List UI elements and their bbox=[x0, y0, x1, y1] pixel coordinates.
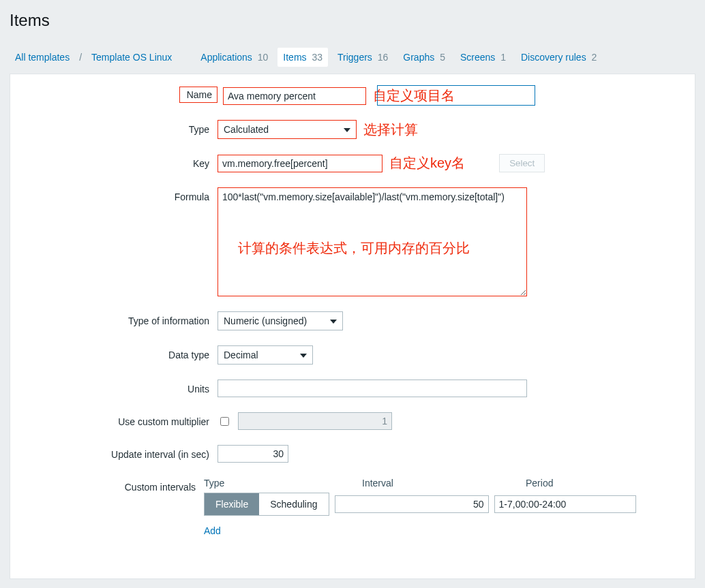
tab-label: Items bbox=[283, 52, 306, 63]
tab-graphs[interactable]: Graphs 5 bbox=[397, 48, 451, 67]
multiplier-label: Use custom multiplier bbox=[24, 412, 217, 427]
ci-head-period: Period bbox=[526, 478, 676, 489]
tab-label: Screens bbox=[460, 52, 495, 63]
tab-label: Applications bbox=[200, 52, 252, 63]
ci-head-type: Type bbox=[204, 478, 362, 489]
annotation-key: 自定义key名 bbox=[389, 154, 465, 172]
custom-intervals-table: Type Interval Period Flexible Scheduling bbox=[204, 478, 681, 516]
data-type-label: Data type bbox=[24, 345, 217, 360]
tab-discovery[interactable]: Discovery rules 2 bbox=[515, 48, 602, 67]
formula-label: Formula bbox=[24, 187, 217, 202]
type-label: Type bbox=[24, 120, 217, 135]
page-title: Items bbox=[0, 0, 705, 44]
breadcrumb-separator: / bbox=[79, 52, 82, 63]
tab-triggers[interactable]: Triggers 16 bbox=[332, 48, 393, 67]
ci-interval-input[interactable] bbox=[335, 495, 489, 513]
tab-count: 1 bbox=[498, 52, 506, 63]
custom-intervals-label: Custom intervals bbox=[24, 478, 204, 493]
interval-type-toggle: Flexible Scheduling bbox=[204, 493, 329, 516]
name-input[interactable] bbox=[223, 87, 366, 105]
multiplier-checkbox[interactable] bbox=[220, 417, 229, 426]
content-panel: Name 自定义项目名 Type Calculated 选择计算 Key 自定义… bbox=[10, 74, 695, 579]
info-type-label: Type of information bbox=[24, 311, 217, 326]
info-type-value: Numeric (unsigned) bbox=[224, 315, 307, 326]
type-select[interactable]: Calculated bbox=[217, 120, 357, 139]
add-interval-link[interactable]: Add bbox=[204, 525, 221, 536]
units-label: Units bbox=[24, 380, 217, 394]
tab-applications[interactable]: Applications 10 bbox=[195, 48, 273, 67]
data-type-select[interactable]: Decimal bbox=[217, 345, 313, 365]
tab-items[interactable]: Items 33 bbox=[278, 48, 328, 67]
ci-head-interval: Interval bbox=[362, 478, 526, 489]
info-type-select[interactable]: Numeric (unsigned) bbox=[217, 311, 343, 330]
update-interval-input[interactable] bbox=[217, 445, 288, 463]
ci-period-input[interactable] bbox=[494, 495, 636, 513]
tab-label: Discovery rules bbox=[521, 52, 586, 63]
tab-count: 10 bbox=[255, 52, 269, 63]
key-label: Key bbox=[24, 154, 217, 169]
tab-label: Graphs bbox=[403, 52, 434, 63]
seg-scheduling[interactable]: Scheduling bbox=[259, 493, 328, 515]
tab-screens[interactable]: Screens 1 bbox=[455, 48, 511, 67]
seg-flexible[interactable]: Flexible bbox=[205, 493, 259, 515]
update-interval-label: Update interval (in sec) bbox=[24, 445, 217, 460]
multiplier-input[interactable] bbox=[238, 412, 392, 430]
tab-count: 2 bbox=[589, 52, 597, 63]
tab-label: Triggers bbox=[338, 52, 372, 63]
custom-interval-row: Flexible Scheduling bbox=[204, 493, 681, 516]
tab-count: 16 bbox=[375, 52, 389, 63]
tabs-bar: All templates / Template OS Linux Applic… bbox=[0, 44, 705, 67]
key-input[interactable] bbox=[217, 155, 382, 172]
units-input[interactable] bbox=[217, 380, 527, 397]
tab-count: 5 bbox=[437, 52, 445, 63]
annotation-type: 选择计算 bbox=[363, 121, 418, 139]
type-value: Calculated bbox=[224, 124, 269, 135]
tab-count: 33 bbox=[309, 52, 322, 63]
name-label: Name bbox=[179, 87, 217, 103]
data-type-value: Decimal bbox=[224, 350, 258, 360]
select-button[interactable]: Select bbox=[499, 154, 545, 172]
annotation-name: 自定义项目名 bbox=[373, 87, 455, 105]
breadcrumb-all-templates[interactable]: All templates bbox=[10, 48, 75, 67]
annotation-formula: 计算的条件表达式，可用内存的百分比 bbox=[238, 239, 470, 258]
breadcrumb-template[interactable]: Template OS Linux bbox=[86, 48, 177, 67]
